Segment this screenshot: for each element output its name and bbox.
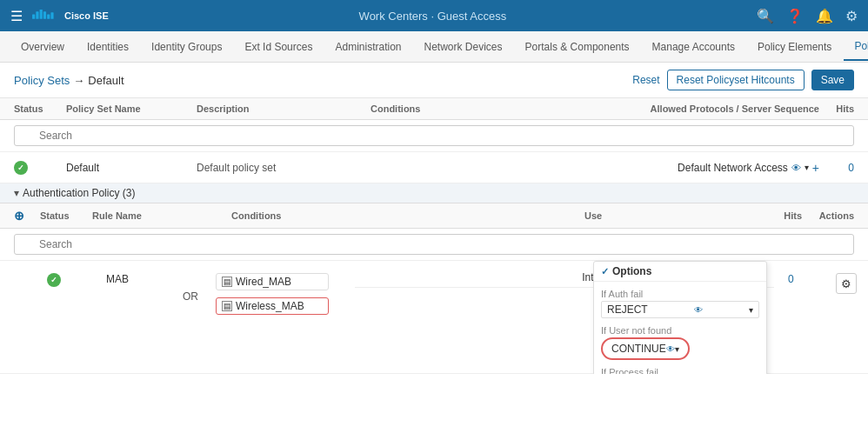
header-policy-set-name: Policy Set Name	[66, 103, 197, 114]
tab-policy-elements[interactable]: Policy Elements	[747, 34, 842, 60]
tab-network-devices[interactable]: Network Devices	[414, 34, 513, 60]
reset-button[interactable]: Reset	[632, 74, 659, 86]
user-not-found-section: If User not found CONTINUE 👁 ▾	[601, 325, 759, 360]
options-panel: ✓ Options If Auth fail REJECT 👁 ▾ If Use…	[593, 261, 767, 374]
auth-header-conditions: Conditions	[231, 210, 584, 221]
wired-mab-label: Wired_MAB	[236, 276, 291, 288]
svg-rect-5	[50, 12, 53, 18]
policy-search-input[interactable]	[14, 125, 854, 146]
tab-manage-accounts[interactable]: Manage Accounts	[642, 34, 745, 60]
user-not-found-highlight: CONTINUE 👁 ▾	[601, 337, 690, 360]
svg-rect-4	[47, 14, 50, 18]
process-fail-label: If Process fail	[601, 367, 759, 374]
save-button[interactable]: Save	[811, 70, 854, 90]
allowed-chevron-icon[interactable]: ▾	[805, 163, 809, 172]
svg-rect-0	[32, 14, 35, 18]
options-title-label: Options	[612, 265, 651, 277]
tab-portals[interactable]: Portals & Components	[515, 34, 640, 60]
hamburger-menu[interactable]: ☰	[10, 8, 23, 24]
auth-search-row	[0, 229, 868, 261]
auth-search-input[interactable]	[14, 234, 854, 255]
section-toggle-icon[interactable]: ▾	[14, 187, 19, 199]
mab-policy-row: MAB OR ▤ Wired_MAB ▤ Wireless_MAB Intern…	[0, 261, 868, 374]
gear-settings-button[interactable]: ⚙	[836, 273, 857, 294]
policy-search-wrap	[14, 125, 854, 146]
auth-fail-dropdown[interactable]: REJECT 👁 ▾	[601, 301, 759, 318]
auth-policy-section-label: Authentication Policy (3)	[23, 187, 135, 199]
top-navbar: ☰ Cisco ISE Work Centers · Guest Access …	[0, 0, 868, 31]
auth-policy-section-header: ▾ Authentication Policy (3)	[0, 183, 868, 203]
nav-icons: 🔍 ❓ 🔔 ⚙	[757, 8, 858, 24]
auth-fail-section: If Auth fail REJECT 👁 ▾	[601, 289, 759, 318]
svg-rect-3	[43, 11, 46, 19]
default-policy-allowed: Default Network Access 👁 ▾ +	[576, 161, 819, 175]
auth-header-hits: Hits	[758, 210, 802, 221]
options-content: If Auth fail REJECT 👁 ▾ If User not foun…	[594, 282, 766, 374]
user-not-found-chevron-icon: ▾	[675, 344, 679, 354]
tab-identity-groups[interactable]: Identity Groups	[141, 34, 232, 60]
mab-rule-name: MAB	[106, 273, 176, 285]
tab-policy-sets[interactable]: Policy Sets	[844, 33, 868, 61]
tab-ext-id-sources[interactable]: Ext Id Sources	[234, 34, 323, 60]
mab-hits: 0	[781, 261, 825, 373]
user-not-found-label: If User not found	[601, 325, 759, 336]
auth-fail-value: REJECT	[607, 303, 648, 316]
condition-doc-icon: ▤	[222, 277, 232, 287]
header-allowed-protocols: Allowed Protocols / Server Sequence	[576, 103, 819, 114]
svg-rect-1	[36, 11, 38, 19]
auth-header-status: Status	[40, 210, 92, 221]
auth-fail-view-icon: 👁	[694, 305, 703, 315]
options-checkmark: ✓	[601, 266, 609, 277]
cisco-logo-icon	[31, 7, 59, 24]
header-description: Description	[197, 103, 371, 114]
nav-title: Work Centers · Guest Access	[109, 10, 757, 23]
auth-header-actions: Actions	[802, 210, 854, 221]
wireless-mab-label: Wireless_MAB	[236, 300, 304, 312]
breadcrumb-arrow: →	[73, 74, 84, 87]
auth-fail-chevron-icon: ▾	[749, 305, 753, 315]
wireless-mab-condition[interactable]: ▤ Wireless_MAB	[216, 297, 329, 315]
mab-status-area	[47, 273, 99, 287]
policy-table-header: Status Policy Set Name Description Condi…	[0, 98, 868, 120]
breadcrumb-current: Default	[88, 74, 124, 87]
mab-use-section: Internal Endpoints 👁 ▾ ✓ Options If Auth…	[348, 261, 781, 373]
tab-administration[interactable]: Administration	[324, 34, 411, 60]
auth-header-rule-name: Rule Name	[92, 210, 231, 221]
header-hits: Hits	[819, 103, 854, 114]
tab-identities[interactable]: Identities	[77, 34, 139, 60]
auth-policy-table-header: ⊕ Status Rule Name Conditions Use Hits A…	[0, 203, 868, 229]
user-not-found-view-icon: 👁	[666, 344, 675, 354]
default-policy-name: Default	[66, 162, 197, 174]
tab-navigation: Overview Identities Identity Groups Ext …	[0, 31, 868, 63]
breadcrumb-link[interactable]: Policy Sets	[14, 74, 70, 87]
policy-search-row	[0, 120, 868, 152]
condition-doc-icon2: ▤	[222, 301, 232, 311]
cisco-logo: Cisco ISE	[31, 7, 109, 24]
mab-add-icon-area	[14, 273, 40, 275]
mab-conditions-list: ▤ Wired_MAB ▤ Wireless_MAB	[216, 273, 329, 315]
user-not-found-dropdown[interactable]: CONTINUE 👁 ▾	[606, 341, 684, 357]
bell-icon[interactable]: 🔔	[816, 8, 833, 24]
settings-icon[interactable]: ⚙	[845, 8, 858, 24]
question-icon[interactable]: ❓	[786, 8, 804, 24]
options-title: ✓ Options	[594, 262, 766, 282]
breadcrumb-bar: Policy Sets → Default Reset Reset Policy…	[0, 63, 868, 98]
breadcrumb: Policy Sets → Default	[14, 74, 124, 87]
status-active-circle	[14, 161, 28, 175]
cisco-brand-text: Cisco ISE	[64, 10, 109, 21]
search-icon[interactable]: 🔍	[757, 8, 774, 24]
mab-or-label: OR	[183, 273, 209, 303]
auth-header-add: ⊕	[14, 209, 40, 223]
tab-overview[interactable]: Overview	[10, 34, 75, 60]
mab-status-active	[47, 273, 61, 287]
header-conditions: Conditions	[371, 103, 576, 114]
add-row-icon[interactable]: ⊕	[14, 209, 24, 223]
wired-mab-condition[interactable]: ▤ Wired_MAB	[216, 273, 329, 290]
default-network-access-label: Default Network Access	[678, 162, 788, 174]
default-policy-hits: 0	[819, 162, 854, 174]
reset-policyset-hitcounts-button[interactable]: Reset Policyset Hitcounts	[667, 70, 805, 90]
view-icon[interactable]: 👁	[791, 163, 801, 173]
auth-search-wrap	[14, 234, 854, 255]
user-not-found-value: CONTINUE	[611, 343, 666, 355]
add-allowed-icon[interactable]: +	[812, 161, 819, 175]
